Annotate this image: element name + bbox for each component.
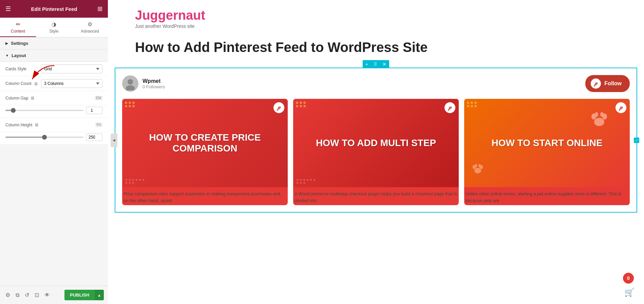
column-gap-input[interactable] <box>86 107 102 114</box>
corner-dot <box>132 102 135 104</box>
settings-section-header[interactable]: ▶ Settings <box>0 37 108 50</box>
column-count-label: Column Count 🖥 <box>5 81 41 86</box>
monitor-icon-col-gap: 🖥 <box>30 95 35 101</box>
publish-button[interactable]: PUBLISH <box>64 290 95 300</box>
advanced-tab-label: Advanced <box>81 29 99 34</box>
right-content: Juggernaut Just another WordPress site H… <box>108 0 644 304</box>
card-3[interactable]: HOW TO START ONLINE 𝒑 Unlike other onlin… <box>464 99 630 205</box>
column-count-value: 1 Column 2 Columns 3 Columns 4 Columns <box>41 79 102 88</box>
column-gap-slider-track[interactable] <box>5 110 83 111</box>
column-count-select[interactable]: 1 Column 2 Columns 3 Columns 4 Columns <box>41 79 102 88</box>
widget-close-button[interactable]: ✕ <box>380 60 389 68</box>
card-dot <box>139 179 141 181</box>
content-tab-icon: ✏ <box>16 21 20 28</box>
cards-style-select[interactable]: Grid List Masonry <box>41 65 102 73</box>
corner-dot <box>129 105 131 107</box>
cart-icon[interactable]: 🛒 <box>624 288 634 297</box>
card-2-corner-dots <box>296 102 306 107</box>
column-height-slider-fill <box>5 137 44 138</box>
card-1[interactable]: HOW TO CREATE PRICE COMPARISON 𝒑 Price c… <box>122 99 288 205</box>
site-title: Juggernaut <box>135 8 617 23</box>
column-height-input[interactable] <box>86 133 102 141</box>
settings-arrow-icon: ▶ <box>5 41 8 45</box>
column-height-slider-group <box>5 133 102 141</box>
column-height-slider-row <box>0 132 108 145</box>
monitor-icon-col-count: 🖥 <box>34 81 38 86</box>
card-1-image: HOW TO CREATE PRICE COMPARISON 𝒑 <box>122 99 288 187</box>
style-tab-label: Style <box>50 29 59 34</box>
layout-section: ▼ Layout Cards Style Grid List Masonry <box>0 50 108 145</box>
card-1-p-badge: 𝒑 <box>273 102 284 113</box>
corner-dot <box>303 102 306 104</box>
feed-header: Wpmet 0 Followers 𝒑 Follow <box>122 75 630 92</box>
grid-icon[interactable]: ⊞ <box>97 5 102 13</box>
widget-area: + ⠿ ✕ ◀ ⤢ <box>108 68 644 213</box>
follow-button[interactable]: 𝒑 Follow <box>585 75 630 92</box>
column-gap-label: Column Gap 🖥 <box>5 95 41 101</box>
notification-badge[interactable]: 0 <box>623 273 634 284</box>
layers-icon[interactable]: ⧉ <box>14 291 21 300</box>
card-1-desc: Price comparison sites support customers… <box>122 187 288 205</box>
card-dot <box>303 182 305 184</box>
card-dot <box>143 179 144 181</box>
card-dot <box>132 182 134 184</box>
corner-dot <box>132 105 135 107</box>
cards-style-label: Cards Style <box>5 67 41 71</box>
svg-point-8 <box>600 112 604 117</box>
content-tab-label: Content <box>11 29 25 34</box>
paw-decor <box>589 109 609 131</box>
card-2[interactable]: HOW TO ADD MULTI STEP 𝒑 A WooCommerce mu… <box>293 99 459 205</box>
layout-section-header[interactable]: ▼ Layout <box>0 50 108 62</box>
paw-decor-2 <box>471 162 485 177</box>
hamburger-icon[interactable]: ☰ <box>5 5 11 13</box>
card-dot <box>129 182 131 184</box>
column-gap-slider-thumb[interactable] <box>11 108 16 113</box>
card-dot <box>126 182 127 184</box>
left-panel: ☰ Edit Pinterest Feed ⊞ ✏ Content ◑ Styl… <box>0 0 108 304</box>
svg-point-9 <box>474 168 481 173</box>
advanced-tab-icon: ⚙ <box>88 21 92 28</box>
card-2-dots <box>297 179 316 184</box>
collapse-handle[interactable]: ◀ <box>111 133 117 147</box>
card-1-corner-dots <box>125 102 135 107</box>
corner-dot <box>467 105 469 107</box>
corner-dot <box>303 105 306 107</box>
svg-point-12 <box>475 164 477 167</box>
svg-point-7 <box>595 112 598 117</box>
column-height-slider-track[interactable] <box>5 137 83 138</box>
resize-handle[interactable]: ⤢ <box>634 138 639 143</box>
panel-content: ▶ Settings ▼ Layout Cards Style Grid <box>0 37 108 304</box>
corner-dot <box>300 105 302 107</box>
tab-advanced[interactable]: ⚙ Advanced <box>72 18 108 37</box>
column-gap-unit: EM <box>41 96 102 100</box>
widget-add-button[interactable]: + <box>363 60 371 68</box>
cards-style-row: Cards Style Grid List Masonry <box>0 62 108 76</box>
column-height-label: Column Height 🖥 <box>5 122 41 127</box>
history-icon[interactable]: ↺ <box>23 290 31 300</box>
cards-style-label-text: Cards Style <box>5 67 26 71</box>
settings-bottom-icon[interactable]: ⚙ <box>4 290 12 300</box>
responsive-icon[interactable]: ⊡ <box>33 290 40 300</box>
site-header: Juggernaut Just another WordPress site <box>108 0 644 32</box>
column-gap-slider-group <box>5 107 102 114</box>
tab-style[interactable]: ◑ Style <box>36 18 72 37</box>
column-height-slider-thumb[interactable] <box>42 135 47 140</box>
cards-grid: HOW TO CREATE PRICE COMPARISON 𝒑 Price c… <box>122 99 630 205</box>
card-2-p-badge: 𝒑 <box>444 102 455 113</box>
card-2-image: HOW TO ADD MULTI STEP 𝒑 <box>293 99 459 187</box>
card-dot <box>303 179 305 181</box>
layout-label: Layout <box>12 53 26 58</box>
column-gap-unit-badge: EM <box>95 96 102 100</box>
svg-point-4 <box>594 118 604 126</box>
column-count-row: Column Count 🖥 1 Column 2 Columns 3 Colu… <box>0 76 108 91</box>
tab-content[interactable]: ✏ Content <box>0 18 36 37</box>
column-height-row: Column Height 🖥 PX <box>0 118 108 132</box>
bottom-icons: ⚙ ⧉ ↺ ⊡ 👁 <box>4 290 51 300</box>
publish-dropdown-button[interactable]: ▲ <box>95 290 104 300</box>
corner-dot <box>471 102 473 104</box>
top-bar: ☰ Edit Pinterest Feed ⊞ <box>0 0 108 18</box>
widget-move-button[interactable]: ⠿ <box>371 60 380 68</box>
eye-icon[interactable]: 👁 <box>43 291 51 300</box>
card-dot <box>300 179 302 181</box>
user-info: Wpmet 0 Followers <box>143 78 165 89</box>
